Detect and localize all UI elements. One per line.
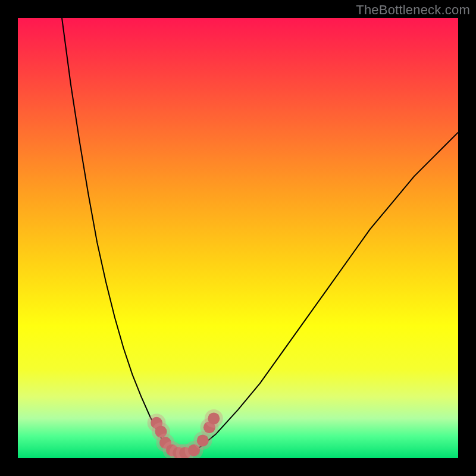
- marker: [208, 412, 220, 424]
- curve-right: [194, 132, 458, 452]
- curve-left: [62, 18, 194, 454]
- marker: [197, 434, 209, 446]
- bottleneck-markers: [148, 409, 223, 458]
- attribution-text: TheBottleneck.com: [356, 2, 470, 18]
- chart-svg: [18, 18, 458, 458]
- chart-container: TheBottleneck.com: [0, 0, 476, 476]
- plot-area: [18, 18, 458, 458]
- curve-group: [62, 18, 458, 454]
